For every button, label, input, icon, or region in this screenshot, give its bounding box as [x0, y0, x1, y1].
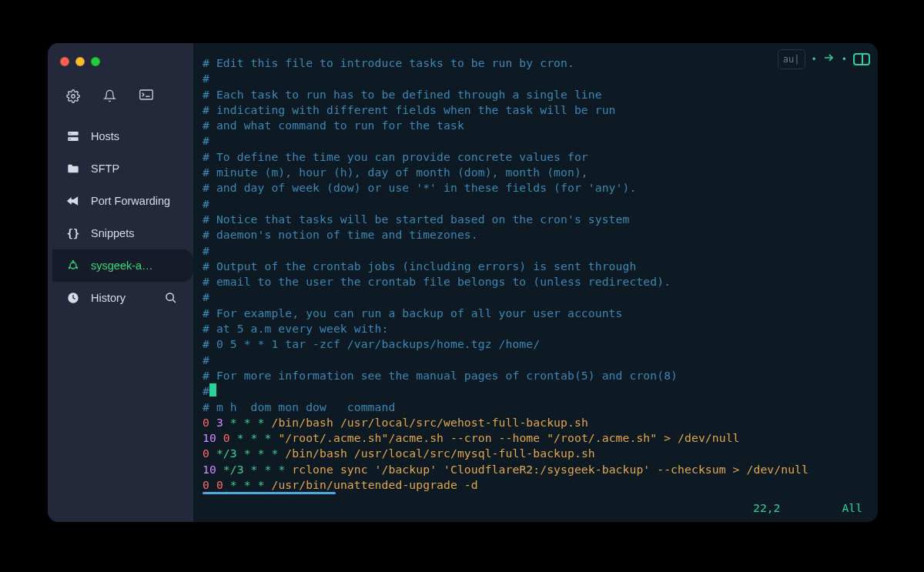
share-icon[interactable]	[823, 52, 835, 67]
svg-point-9	[76, 266, 79, 269]
svg-rect-1	[140, 90, 153, 99]
svg-point-6	[70, 263, 76, 269]
sidebar-toolbar	[48, 79, 193, 120]
terminal-icon[interactable]	[139, 89, 153, 106]
split-pane-icon[interactable]	[853, 53, 870, 65]
sidebar-item-history[interactable]: History	[48, 282, 193, 314]
terminal-output: # Edit this file to introduce tasks to b…	[203, 55, 869, 493]
forward-icon	[66, 194, 80, 208]
sidebar-item-port-forwarding[interactable]: Port Forwarding	[48, 185, 193, 217]
sidebar-nav: Hosts SFTP Port Forwarding {}	[48, 120, 193, 314]
sidebar-item-sftp[interactable]: SFTP	[48, 152, 193, 185]
sidebar-item-label: History	[91, 292, 153, 304]
cursor-position: 22,2	[753, 500, 780, 516]
bell-icon[interactable]	[103, 89, 116, 106]
app-window: Hosts SFTP Port Forwarding {}	[48, 43, 878, 522]
svg-point-4	[69, 133, 70, 134]
sidebar-item-snippets[interactable]: {} Snippets	[48, 217, 193, 249]
status-dot-icon: •	[812, 52, 817, 67]
search-icon[interactable]	[164, 292, 178, 304]
svg-point-7	[72, 260, 75, 263]
horizontal-scrollbar[interactable]	[203, 492, 336, 494]
sidebar-item-active-session[interactable]: sysgeek-a…	[52, 249, 193, 282]
session-badge[interactable]: au|	[778, 49, 805, 69]
maximize-dot[interactable]	[91, 57, 100, 66]
sidebar-item-label: sysgeek-a…	[91, 259, 178, 272]
close-dot[interactable]	[60, 57, 69, 66]
sidebar-item-label: Port Forwarding	[91, 195, 178, 207]
sidebar-item-label: Hosts	[91, 130, 178, 142]
sidebar-item-hosts[interactable]: Hosts	[48, 120, 193, 152]
clock-icon	[66, 291, 80, 305]
view-extent: All	[842, 500, 862, 516]
sidebar-item-label: SFTP	[91, 162, 178, 175]
status-dot-icon: •	[842, 52, 847, 67]
svg-point-8	[69, 266, 71, 269]
editor-cursor	[209, 383, 216, 396]
window-traffic-lights	[48, 51, 193, 79]
sidebar: Hosts SFTP Port Forwarding {}	[48, 43, 193, 522]
editor-status-bar: 22,2 All	[753, 500, 862, 516]
settings-icon[interactable]	[66, 89, 80, 106]
terminal-top-controls: au| • •	[778, 49, 870, 69]
braces-icon: {}	[66, 226, 80, 240]
folder-icon	[66, 162, 80, 176]
svg-point-0	[72, 95, 75, 99]
sidebar-item-label: Snippets	[91, 227, 178, 239]
minimize-dot[interactable]	[75, 57, 85, 66]
terminal-pane[interactable]: au| • • # Edit this file to introduce ta…	[193, 43, 878, 522]
svg-point-5	[69, 139, 70, 139]
ubuntu-icon	[66, 259, 80, 273]
server-icon	[66, 129, 80, 143]
svg-point-11	[166, 293, 173, 300]
